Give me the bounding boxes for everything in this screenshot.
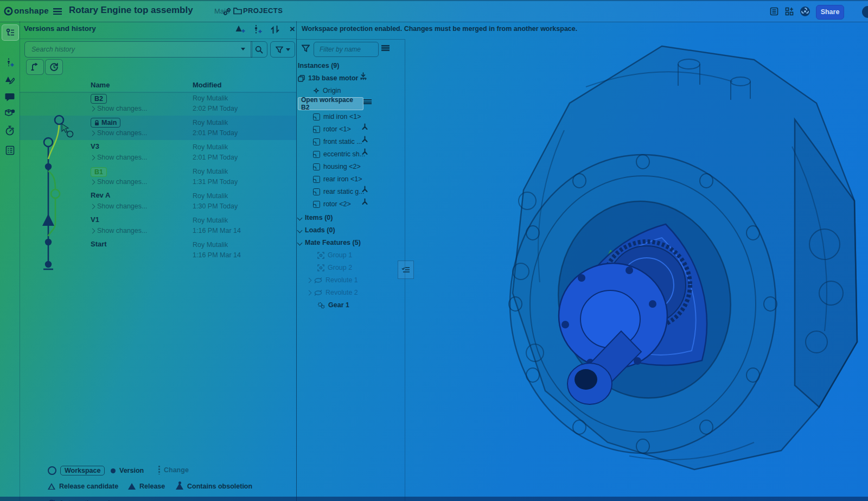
search-history-box <box>24 41 252 58</box>
versions-panel: Versions and history × <box>20 21 297 501</box>
tree-mate-revolute2[interactable]: Revolute 2 <box>307 287 358 299</box>
release-edit-icon[interactable] <box>2 72 18 87</box>
modified-cell: Roy Mutalik2:01 PM Today <box>193 118 238 138</box>
search-button[interactable] <box>251 41 267 58</box>
filter-by-name-input[interactable] <box>318 44 375 55</box>
fixed-icon[interactable] <box>359 72 367 80</box>
versions-panel-title: Versions and history <box>24 24 96 33</box>
loads-section-header[interactable]: Loads (0) <box>298 224 335 236</box>
show-changes-link[interactable]: Show changes... <box>91 178 147 186</box>
show-changes-link[interactable]: Show changes... <box>91 129 147 137</box>
create-version-icon[interactable] <box>2 55 18 70</box>
share-button[interactable]: Share <box>816 5 844 20</box>
brand-wordmark[interactable]: onshape <box>14 6 49 15</box>
divider <box>20 39 296 39</box>
breadcrumb-projects[interactable]: PROJECTS <box>243 7 283 15</box>
tree-part-rotor2[interactable]: rotor <2> <box>313 198 351 210</box>
tree-list-options-icon[interactable] <box>381 45 390 51</box>
search-dropdown-caret[interactable] <box>241 48 245 50</box>
graph-node-version-v3 <box>45 163 52 170</box>
version-name[interactable]: V3 <box>91 142 99 150</box>
version-name[interactable]: Rev A <box>91 191 110 199</box>
search-history-input[interactable] <box>30 43 233 55</box>
document-panel-icon[interactable] <box>770 7 778 16</box>
cursor-pointer-icon <box>62 124 73 137</box>
cube-question-icon[interactable]: ? <box>2 106 18 121</box>
tree-part-housing[interactable]: housing <2> <box>313 161 361 173</box>
tree-part-eccentric[interactable]: eccentric sh... <box>313 148 365 160</box>
workspace-badge-main[interactable]: Main <box>91 118 120 128</box>
items-section-header[interactable]: Items (0) <box>298 212 333 224</box>
version-name[interactable]: Start <box>91 240 107 248</box>
version-name[interactable]: V1 <box>91 215 99 224</box>
menu-hamburger-icon[interactable] <box>53 8 62 15</box>
show-changes-link[interactable]: Show changes... <box>91 227 147 234</box>
filter-dropdown-button[interactable] <box>270 41 295 58</box>
document-title[interactable]: Rotary Engine top assembly <box>69 5 193 16</box>
tree-mate-group1[interactable]: Group 1 <box>317 249 352 261</box>
tree-mate-group2[interactable]: Group 2 <box>317 262 352 274</box>
viewport-3d[interactable] <box>404 21 868 497</box>
modified-cell: Roy Mutalik1:31 PM Today <box>193 167 238 187</box>
mate-icon <box>361 123 368 130</box>
create-release-icon[interactable] <box>233 23 247 36</box>
tree-filter-funnel-icon[interactable] <box>302 45 310 52</box>
legend-contains-obsoletion: Contains obsoletion <box>176 483 252 490</box>
graph-node-workspace-main <box>44 138 53 147</box>
history-view-toggle[interactable] <box>45 59 63 75</box>
version-graph[interactable] <box>20 90 91 271</box>
tree-part-rear-static[interactable]: rear static g... <box>313 186 365 198</box>
bottom-tab-bar <box>0 497 868 501</box>
tree-part-front-static[interactable]: front static ... <box>313 136 362 148</box>
bom-table-icon[interactable] <box>2 143 18 158</box>
show-changes-link[interactable]: Show changes... <box>91 202 147 210</box>
tree-part-mid-iron[interactable]: mid iron <1> <box>313 111 361 123</box>
legend-release-candidate: Release candidate <box>48 483 118 490</box>
mate-features-section-header[interactable]: Mate Features (5) <box>298 237 361 249</box>
workspace-badge-b1[interactable]: B1 <box>91 167 107 177</box>
link-icon[interactable] <box>223 8 231 16</box>
gear-relation-icon <box>317 302 325 309</box>
legend-change: Change <box>158 466 189 474</box>
legend-release: Release <box>128 483 165 490</box>
mate-icon <box>361 186 368 193</box>
open-workspace-tooltip[interactable]: Open workspace B2 <box>298 97 363 110</box>
apps-grid-plus-icon[interactable] <box>785 7 794 16</box>
show-changes-link[interactable]: Show changes... <box>91 154 147 161</box>
modified-cell: Roy Mutalik1:16 PM Mar 14 <box>193 240 241 261</box>
onshape-logo-icon[interactable] <box>4 7 13 16</box>
part-icon <box>313 188 320 195</box>
graph-node-version-v1 <box>45 239 52 245</box>
column-header-name[interactable]: Name <box>91 81 110 89</box>
modified-cell: Roy Mutalik2:01 PM Today <box>193 142 238 163</box>
rotary-engine-model <box>499 38 868 472</box>
workspace-badge-b2[interactable]: B2 <box>91 94 107 104</box>
change-legend-icon <box>158 466 160 474</box>
chevron-down-icon <box>297 240 303 245</box>
chevron-right-icon <box>307 290 312 295</box>
tree-part-rear-iron[interactable]: rear iron <1> <box>313 173 362 185</box>
tree-origin[interactable]: Origin <box>313 85 341 97</box>
tree-root-assembly[interactable]: 13b base motor <box>298 72 358 84</box>
release-candidate-legend-icon <box>48 483 55 490</box>
close-panel-icon[interactable]: × <box>285 23 299 36</box>
instances-section-header[interactable]: Instances (9) <box>298 60 339 72</box>
graph-view-toggle[interactable] <box>26 59 44 75</box>
tree-mate-gear1[interactable]: Gear 1 <box>317 299 349 311</box>
compare-merge-icon[interactable] <box>268 23 282 36</box>
comment-icon[interactable] <box>2 90 18 105</box>
stopwatch-icon[interactable] <box>2 123 18 138</box>
create-version-plus-icon[interactable] <box>251 23 265 36</box>
tree-mate-revolute1[interactable]: Revolute 1 <box>307 274 358 286</box>
avatar[interactable] <box>861 5 868 18</box>
column-header-modified[interactable]: Modified <box>193 81 221 89</box>
chevron-down-icon <box>297 227 303 233</box>
part-icon <box>313 201 320 208</box>
show-changes-link[interactable]: Show changes... <box>91 105 147 112</box>
help-pinwheel-icon[interactable] <box>800 6 810 17</box>
subassembly-menu-icon[interactable] <box>363 99 372 104</box>
onshape-app: onshape Rotary Engine top assembly Main … <box>0 0 868 501</box>
modified-cell: Roy Mutalik1:30 PM Today <box>193 191 238 212</box>
tree-part-rotor1[interactable]: rotor <1> <box>313 123 351 135</box>
versions-history-icon[interactable] <box>2 24 19 41</box>
